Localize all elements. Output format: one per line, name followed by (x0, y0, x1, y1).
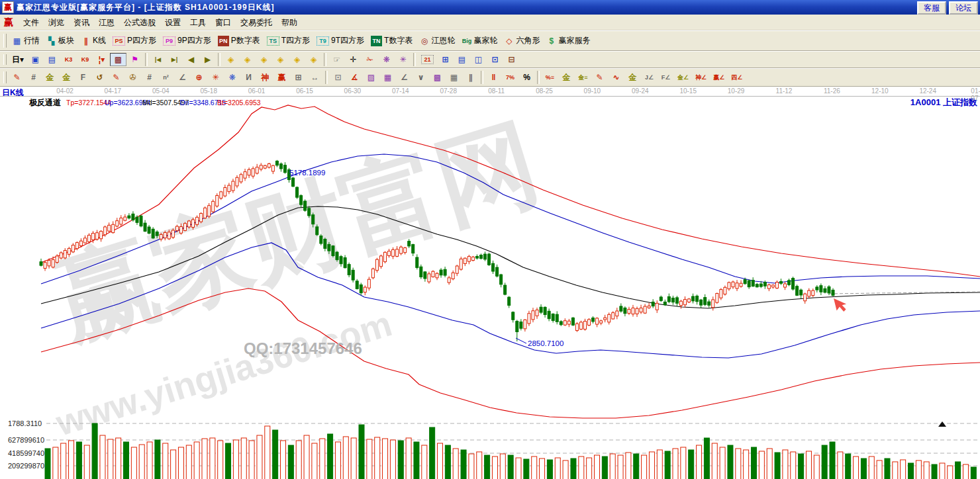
sectors-button[interactable]: ▚板块 (43, 34, 77, 48)
send-pc-icon[interactable]: ⊡ (487, 53, 503, 66)
purple-grid-icon[interactable]: ▩ (429, 71, 446, 84)
gold-lines-icon[interactable]: 金≡ (575, 71, 591, 84)
pan-left-icon[interactable]: ◈ (222, 53, 239, 66)
kline-button[interactable]: ∥K线 (77, 34, 109, 48)
ninet-square-button[interactable]: T99T四方形 (313, 34, 368, 48)
pin-tool-icon[interactable]: ✁ (362, 53, 378, 66)
j-angle-icon[interactable]: J∠ (641, 71, 658, 84)
fan-lines-icon[interactable]: ∡ (346, 71, 363, 84)
parallel-lines-icon[interactable]: ∥ (462, 71, 479, 84)
ying-grid-icon[interactable]: 赢 (273, 71, 290, 84)
gold-square2-icon[interactable]: 金 (58, 71, 75, 84)
grid-box-icon[interactable]: ▦ (446, 71, 462, 84)
menu-item-设置[interactable]: 设置 (160, 17, 185, 28)
ninep-square-button[interactable]: P99P四方形 (160, 34, 215, 48)
gann-wheel-button[interactable]: ◎江恩轮 (416, 34, 458, 48)
chart-window-icon[interactable]: ▣ (27, 53, 44, 66)
v-compress-icon[interactable]: ◈ (305, 53, 322, 66)
v-expand-icon[interactable]: ◈ (289, 53, 305, 66)
hexagon-button[interactable]: ◇六角形 (501, 34, 543, 48)
target-circle-icon[interactable]: ⊕ (191, 71, 207, 84)
spiral-icon[interactable]: ↺ (91, 71, 108, 84)
candle-style-dropdown[interactable]: ¦▾ (93, 53, 110, 66)
ruler-grid-icon[interactable]: ⊞ (290, 71, 307, 84)
box-tool-icon[interactable]: ⊡ (330, 71, 346, 84)
calendar-icon[interactable]: 21 (418, 54, 437, 65)
nav-next-icon[interactable]: ▶ (199, 53, 216, 66)
menu-item-交易委托[interactable]: 交易委托 (236, 17, 277, 28)
percent-lines-icon[interactable]: %≡ (542, 71, 558, 84)
f-square-icon[interactable]: F (75, 71, 91, 84)
calculator-icon[interactable]: ⊞ (437, 53, 454, 66)
percent-icon[interactable]: % (518, 71, 535, 84)
angle-tool-icon[interactable]: ∠ (174, 71, 191, 84)
shen-angle-icon[interactable]: 神∠ (692, 71, 710, 84)
gold-square-icon[interactable]: 金 (42, 71, 58, 84)
width-arrows-icon[interactable]: ↔ (307, 71, 323, 84)
quotes-button[interactable]: ▦行情 (9, 34, 43, 48)
four-angle-icon[interactable]: 四∠ (728, 71, 746, 84)
t-number-table-button[interactable]: TNT数字表 (368, 34, 416, 48)
trade-pc-icon[interactable]: ⊟ (503, 53, 520, 66)
fine-grid-icon[interactable]: # (141, 71, 158, 84)
pan-right-icon[interactable]: ◈ (239, 53, 256, 66)
gann-box-icon[interactable]: ▨ (363, 71, 379, 84)
nav-first-icon[interactable]: |◀ (150, 53, 166, 66)
kline-chart-canvas[interactable]: 赢家财富网www.yingjia360.com日K线极反通道Tp=3727.15… (0, 87, 980, 479)
gold-section-icon[interactable]: ‖ (485, 71, 502, 84)
customer-service-button[interactable]: 客服 (917, 1, 946, 15)
nav-last-icon[interactable]: ▶| (166, 53, 183, 66)
mini-chart-9-icon[interactable]: K9 (77, 53, 93, 66)
region-select-icon[interactable]: ▩ (110, 53, 126, 66)
flag-sort-icon[interactable]: ⚑ (126, 53, 143, 66)
gold-underline-icon[interactable]: 金 (624, 71, 641, 84)
menu-item-文件[interactable]: 文件 (19, 17, 44, 28)
winner-service-button[interactable]: $赢家服务 (543, 34, 593, 48)
p-number-table-button[interactable]: PNP数字表 (215, 34, 264, 48)
t-square-button[interactable]: TST四方形 (264, 34, 313, 48)
gann-grid-icon[interactable]: ▦ (379, 71, 396, 84)
h-expand-icon[interactable]: ◈ (256, 53, 272, 66)
f-angle-icon[interactable]: F∠ (658, 71, 674, 84)
save-icon[interactable]: ◫ (470, 53, 487, 66)
menu-item-资讯[interactable]: 资讯 (69, 17, 94, 28)
n2-grid-icon[interactable]: n² (158, 71, 174, 84)
grid-icon[interactable]: # (25, 71, 42, 84)
wave-mark-icon[interactable]: И (240, 71, 257, 84)
zigzag-icon[interactable]: ∨ (413, 71, 429, 84)
menu-item-浏览[interactable]: 浏览 (44, 17, 69, 28)
red-web-icon[interactable]: ✳ (207, 71, 224, 84)
h-compress-icon[interactable]: ◈ (272, 53, 289, 66)
menu-item-工具[interactable]: 工具 (185, 17, 211, 28)
gann-net-icon[interactable]: ❋ (378, 53, 395, 66)
winner-wheel-button[interactable]: Big赢家轮 (458, 34, 501, 48)
ying-angle-icon[interactable]: 赢∠ (710, 71, 728, 84)
mini-chart-3-icon[interactable]: K3 (60, 53, 77, 66)
shen-grid-icon[interactable]: 神 (257, 71, 273, 84)
draw-marker-icon[interactable]: ✎ (108, 71, 124, 84)
gold-angle-icon[interactable]: 金∠ (674, 71, 692, 84)
compass-wheel-icon[interactable]: ✇ (124, 71, 141, 84)
trend-angle-icon[interactable]: ∠ (396, 71, 413, 84)
spider-web-icon[interactable]: ✳ (395, 53, 411, 66)
gold-circle-icon[interactable]: 金 (558, 71, 575, 84)
percent7-icon[interactable]: 7% (502, 71, 518, 84)
pin-pen-icon[interactable]: ✎ (591, 71, 608, 84)
hand-tool-icon[interactable]: ☞ (328, 53, 345, 66)
menu-item-江恩[interactable]: 江恩 (94, 17, 119, 28)
info-doc-icon[interactable]: ▤ (44, 53, 60, 66)
blue-web-icon[interactable]: ❋ (224, 71, 240, 84)
titlebar[interactable]: 赢 赢家江恩专业版[赢家服务平台] - [上证指数 SH1A0001-199日K… (0, 0, 980, 15)
notes-icon[interactable]: ▤ (454, 53, 470, 66)
menu-item-公式选股[interactable]: 公式选股 (119, 17, 160, 28)
menu-item-帮助[interactable]: 帮助 (277, 17, 302, 28)
ying-angle-icon: 赢∠ (713, 72, 724, 83)
crosshair-tool-icon[interactable]: ✛ (345, 53, 362, 66)
nav-prev-icon[interactable]: ◀ (183, 53, 199, 66)
forum-button[interactable]: 论坛 (949, 1, 978, 15)
wave-ay-icon[interactable]: ∿ (608, 71, 624, 84)
p-square-button[interactable]: PSP四方形 (109, 34, 160, 48)
period-day-dropdown[interactable]: 日▾ (9, 53, 27, 66)
menu-item-窗口[interactable]: 窗口 (211, 17, 236, 28)
draw-pen-icon[interactable]: ✎ (9, 71, 25, 84)
